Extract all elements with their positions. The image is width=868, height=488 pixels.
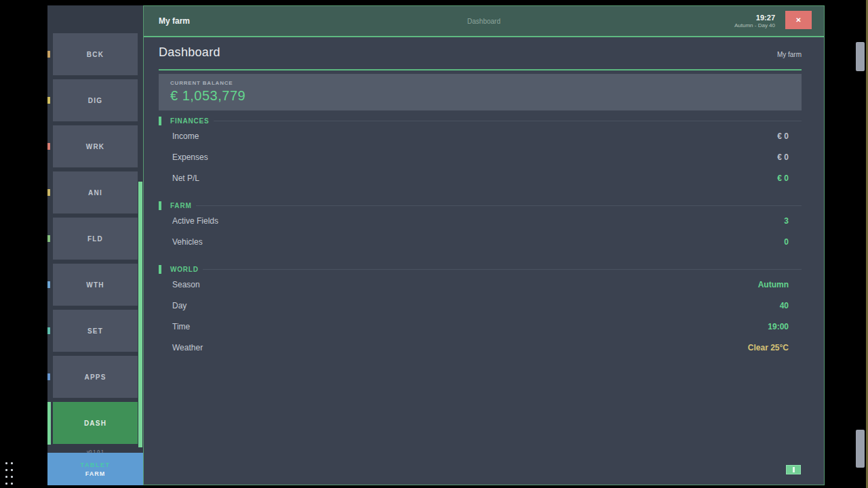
stat-row-income: Income€ 0 [159, 125, 802, 146]
tablet-window: My farm Dashboard 19:27 Autumn - Day 40 … [143, 5, 825, 485]
stat-label: Expenses [172, 152, 208, 162]
stat-row-active-fields: Active Fields3 [159, 210, 802, 231]
hud-fragment-icon [47, 235, 50, 242]
stat-label: Day [172, 301, 186, 310]
sidebar-button-list: BCKDIGWRKANIFLDWTHSETAPPSDASH [47, 33, 143, 444]
stat-value: € 0 [777, 174, 789, 183]
stat-value: 40 [780, 301, 789, 310]
hud-fragment-icon [47, 281, 50, 288]
section-header: FARM [159, 201, 802, 210]
stat-label: Vehicles [172, 237, 203, 247]
hud-fragment-icon [47, 373, 50, 380]
hud-fragment-icon [47, 51, 50, 58]
sidebar-top-spacer [47, 5, 143, 33]
pause-bar-icon [793, 467, 795, 472]
scroll-thumb-bottom[interactable] [856, 430, 865, 468]
stat-row-day: Day40 [159, 295, 802, 316]
dot [11, 469, 13, 471]
section-title: WORLD [170, 266, 199, 273]
stat-value: Autumn [758, 280, 789, 289]
section-divider [214, 121, 802, 121]
sidebar-item-fld[interactable]: FLD [53, 218, 138, 260]
stat-label: Net P/L [172, 174, 199, 183]
close-button[interactable]: ✕ [785, 11, 812, 29]
stat-value: Clear 25°C [748, 343, 789, 352]
stat-row-expenses: Expenses€ 0 [159, 146, 802, 167]
stat-row-vehicles: Vehicles0 [159, 231, 802, 252]
stat-sections: FINANCESIncome€ 0Expenses€ 0Net P/L€ 0FA… [144, 116, 824, 358]
stat-value: € 0 [777, 131, 789, 141]
hud-fragment-icon [47, 97, 50, 104]
stat-label: Weather [172, 343, 203, 352]
dot [11, 462, 13, 464]
stat-row-season: SeasonAutumn [159, 274, 802, 295]
dashboard-body: Dashboard My farm CURRENT BALANCE € 1,05… [144, 37, 824, 485]
tablet-brand-label: TABLET [81, 462, 111, 468]
pause-indicator [786, 465, 801, 474]
stat-value: 0 [784, 237, 789, 247]
stat-label: Time [172, 322, 190, 331]
window-title: My farm [159, 16, 190, 26]
balance-card: CURRENT BALANCE € 1,053,779 [159, 74, 802, 110]
screen: BCKDIGWRKANIFLDWTHSETAPPSDASH v0.1.0.1 T… [0, 0, 868, 488]
page-title: Dashboard [159, 45, 220, 60]
sidebar-item-dash[interactable]: DASH [53, 402, 138, 444]
section-finances: FINANCESIncome€ 0Expenses€ 0Net P/L€ 0 [159, 116, 802, 188]
sidebar-item-bck[interactable]: BCK [53, 33, 138, 75]
stat-row-net-p-l: Net P/L€ 0 [159, 167, 802, 188]
sidebar-item-apps[interactable]: APPS [53, 356, 138, 398]
balance-label: CURRENT BALANCE [170, 80, 802, 86]
section-accent-bar [159, 201, 161, 210]
dot [5, 476, 7, 478]
dot [11, 476, 13, 478]
section-divider [203, 269, 802, 270]
section-farm: FARMActive Fields3Vehicles0 [159, 201, 802, 252]
stat-label: Season [172, 280, 200, 289]
stat-label: Income [172, 131, 199, 141]
sidebar-scrollbar[interactable] [138, 182, 142, 447]
section-accent-bar [159, 265, 161, 274]
hud-fragment-icon [47, 189, 50, 196]
section-header: FINANCES [159, 116, 802, 125]
dot [11, 483, 13, 485]
farm-brand-label: FARM [85, 470, 106, 477]
dot [5, 469, 7, 471]
scroll-thumb-top[interactable] [856, 42, 865, 71]
header-page-label: Dashboard [144, 18, 824, 25]
stat-value: 3 [784, 216, 789, 226]
stat-value: € 0 [777, 152, 789, 162]
section-title: FINANCES [170, 117, 210, 125]
section-header: WORLD [159, 264, 802, 274]
hud-fragment-icon [47, 143, 50, 150]
clock-block: 19:27 Autumn - Day 40 [734, 14, 775, 28]
sidebar-item-ani[interactable]: ANI [53, 171, 138, 214]
balance-value: € 1,053,779 [170, 88, 802, 104]
sidebar: BCKDIGWRKANIFLDWTHSETAPPSDASH v0.1.0.1 T… [47, 5, 143, 485]
sidebar-footer: TABLET FARM [47, 453, 143, 485]
farm-name-label: My farm [777, 51, 802, 60]
clock-date: Autumn - Day 40 [734, 22, 775, 28]
active-item-indicator [47, 402, 51, 445]
stat-value: 19:00 [768, 322, 789, 331]
stat-row-time: Time19:00 [159, 316, 802, 337]
title-divider [159, 69, 802, 70]
sidebar-item-wrk[interactable]: WRK [53, 125, 138, 167]
section-accent-bar [159, 117, 161, 125]
sidebar-item-dig[interactable]: DIG [53, 79, 138, 121]
window-header: My farm Dashboard 19:27 Autumn - Day 40 … [144, 6, 824, 37]
dot [5, 462, 7, 464]
stat-label: Active Fields [172, 216, 218, 226]
dot [5, 483, 7, 485]
section-divider [196, 205, 802, 206]
page-head: Dashboard My farm [144, 37, 824, 60]
hud-fragment-icon [47, 327, 50, 334]
section-world: WORLDSeasonAutumnDay40Time19:00WeatherCl… [159, 264, 802, 358]
sidebar-item-wth[interactable]: WTH [53, 264, 138, 306]
stat-row-weather: WeatherClear 25°C [159, 337, 802, 358]
sidebar-item-set[interactable]: SET [53, 310, 138, 352]
clock-time: 19:27 [734, 14, 775, 22]
section-title: FARM [170, 202, 192, 209]
